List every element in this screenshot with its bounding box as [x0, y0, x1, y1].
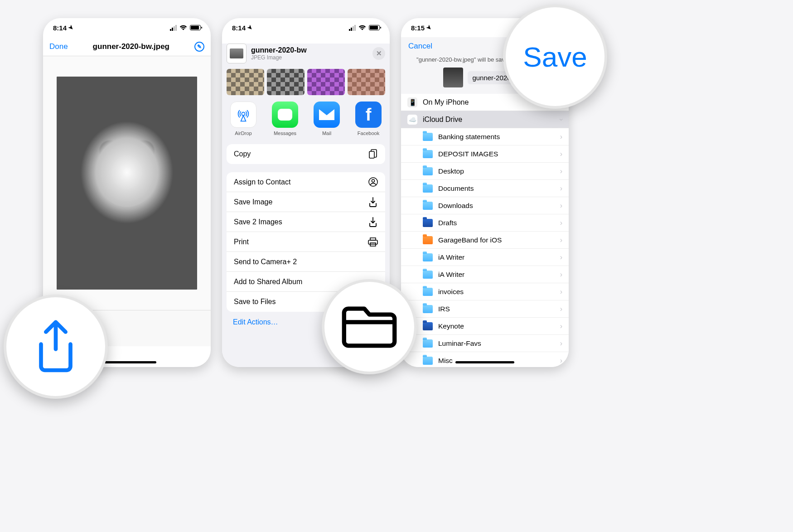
action-label: Send to Camera+ 2 [234, 258, 297, 266]
action-label: Save to Files [234, 298, 276, 306]
person-circle-icon [368, 177, 378, 187]
contact-avatar[interactable] [267, 69, 305, 95]
messages-icon [272, 102, 298, 128]
chevron-right-icon: › [560, 184, 562, 193]
contact-avatar[interactable] [348, 69, 385, 95]
action-copy[interactable]: Copy [227, 144, 385, 164]
location-arrow-icon: ➤ [67, 23, 75, 31]
icloud-icon: ☁️ [407, 115, 417, 125]
folder-label: Downloads [438, 202, 473, 210]
printer-icon [368, 237, 378, 247]
folder-row[interactable]: invoices› [401, 283, 569, 300]
chevron-right-icon: › [560, 271, 562, 279]
svg-rect-5 [368, 240, 377, 244]
action-send-camera-plus[interactable]: Send to Camera+ 2 [227, 252, 385, 272]
share-apps-row: AirDrop Messages Mail f Facebook [227, 102, 385, 136]
status-time: 8:15 [411, 24, 425, 32]
folder-icon [423, 305, 433, 313]
folder-row[interactable]: IRS› [401, 300, 569, 318]
done-button[interactable]: Done [49, 42, 68, 51]
folder-row[interactable]: Keynote› [401, 318, 569, 335]
action-group-copy: Copy [227, 144, 385, 164]
chevron-right-icon: › [560, 219, 562, 227]
svg-point-3 [372, 179, 374, 182]
folder-label: Drafts [438, 219, 457, 227]
action-label: Copy [234, 150, 251, 158]
app-mail[interactable]: Mail [310, 102, 343, 136]
location-icloud-drive[interactable]: ☁️ iCloud Drive › [401, 111, 569, 128]
chevron-right-icon: › [560, 150, 562, 158]
folder-label: iA Writer [438, 271, 464, 279]
location-label: iCloud Drive [423, 116, 462, 124]
battery-icon [190, 25, 201, 30]
home-indicator[interactable] [97, 361, 156, 363]
file-name: gunner-2020-bw [251, 46, 368, 54]
folder-row[interactable]: Misc› [401, 352, 569, 367]
callout-save-button: Save [503, 5, 607, 109]
folder-row[interactable]: iA Writer› [401, 266, 569, 283]
markup-icon[interactable]: ✎ [194, 42, 204, 52]
folder-label: Desktop [438, 167, 464, 175]
airdrop-icon [230, 102, 256, 128]
action-save-2-images[interactable]: Save 2 Images [227, 212, 385, 232]
image-preview-area[interactable] [43, 56, 211, 310]
airdrop-contacts-row[interactable] [227, 69, 385, 95]
folder-label: IRS [438, 305, 450, 313]
close-button[interactable]: ✕ [372, 47, 385, 60]
status-time: 8:14 [232, 24, 246, 32]
callout-folder-icon [322, 279, 417, 374]
folder-row[interactable]: Downloads› [401, 197, 569, 214]
folder-row[interactable]: iA Writer› [401, 249, 569, 266]
action-print[interactable]: Print [227, 232, 385, 252]
app-label: AirDrop [235, 131, 251, 136]
folder-icon [423, 253, 433, 261]
cancel-button[interactable]: Cancel [408, 42, 432, 51]
folder-icon [423, 288, 433, 296]
download-icon [368, 217, 378, 227]
folder-label: Documents [438, 184, 474, 193]
folder-icon [423, 271, 433, 279]
folder-row[interactable]: Luminar-Favs› [401, 335, 569, 352]
cellular-signal-icon [349, 25, 356, 31]
callout-save-label: Save [523, 41, 587, 73]
folder-icon [423, 236, 433, 244]
folder-label: Luminar-Favs [438, 339, 481, 348]
folder-label: Misc [438, 357, 453, 365]
folder-icon [423, 322, 433, 330]
location-arrow-icon: ➤ [425, 23, 433, 31]
folder-row[interactable]: Documents› [401, 180, 569, 197]
file-type: JPEG Image [251, 54, 368, 61]
app-facebook[interactable]: f Facebook [352, 102, 385, 136]
chevron-right-icon: › [560, 167, 562, 175]
location-arrow-icon: ➤ [246, 23, 254, 31]
home-indicator[interactable] [455, 361, 514, 363]
folder-label: Keynote [438, 322, 464, 330]
file-thumbnail [227, 44, 247, 63]
folder-row[interactable]: Drafts› [401, 214, 569, 232]
folder-icon [423, 202, 433, 210]
folder-row[interactable]: Desktop› [401, 163, 569, 180]
chevron-right-icon: › [560, 236, 562, 244]
share-sheet-header: gunner-2020-bw JPEG Image ✕ [227, 44, 385, 63]
mail-icon [314, 102, 340, 128]
folder-row[interactable]: Banking statements› [401, 128, 569, 145]
wifi-icon [179, 25, 187, 31]
app-label: Facebook [358, 131, 379, 136]
contact-avatar[interactable] [307, 69, 345, 95]
wifi-icon [358, 25, 366, 31]
facebook-icon: f [355, 102, 382, 128]
action-label: Print [234, 238, 249, 246]
folder-label: GarageBand for iOS [438, 236, 502, 244]
folder-icon [423, 357, 433, 365]
folder-icon [423, 133, 433, 141]
preview-header: Done gunner-2020-bw.jpeg ✎ [43, 37, 211, 56]
folder-row[interactable]: DEPOSIT IMAGES› [401, 145, 569, 163]
contact-avatar[interactable] [227, 69, 264, 95]
action-label: Assign to Contact [234, 178, 290, 186]
app-airdrop[interactable]: AirDrop [227, 102, 260, 136]
chevron-right-icon: › [560, 339, 562, 348]
folder-row[interactable]: GarageBand for iOS› [401, 232, 569, 249]
action-assign-contact[interactable]: Assign to Contact [227, 172, 385, 192]
app-messages[interactable]: Messages [268, 102, 302, 136]
action-save-image[interactable]: Save Image [227, 192, 385, 212]
